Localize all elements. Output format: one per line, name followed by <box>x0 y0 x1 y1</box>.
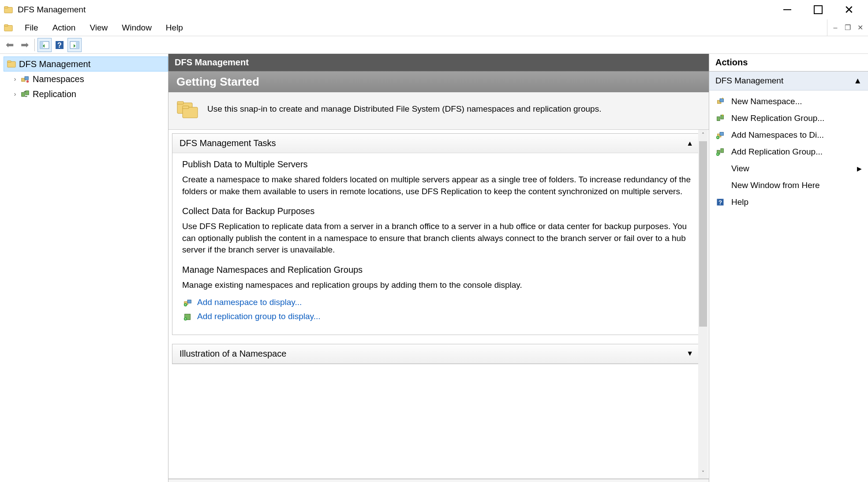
tree-item-label: Namespaces <box>33 74 84 84</box>
blank-icon <box>715 181 725 190</box>
console-tree-pane: DFS Management › Namespaces › Replicatio… <box>0 54 168 482</box>
forward-button[interactable] <box>18 38 32 52</box>
actions-list: New Namespace... New Replication Group..… <box>709 90 868 213</box>
svg-text:?: ? <box>718 199 722 206</box>
action-add-replication-group[interactable]: + Add Replication Group... <box>709 143 868 160</box>
tree-root-dfs-management[interactable]: DFS Management <box>4 56 168 72</box>
illustration-panel-header[interactable]: Illustration of a Namespace ▼ <box>172 344 700 364</box>
svg-rect-33 <box>721 115 723 119</box>
actions-group-header[interactable]: DFS Management ▲ <box>709 72 868 90</box>
action-label: New Namespace... <box>731 97 802 106</box>
menu-action[interactable]: Action <box>45 21 83 34</box>
svg-rect-32 <box>717 117 720 120</box>
collapse-caret-icon: ▲ <box>686 139 693 147</box>
action-new-replication-group[interactable]: New Replication Group... <box>709 110 868 127</box>
scroll-thumb[interactable] <box>699 141 707 327</box>
actions-title: Actions <box>709 54 868 72</box>
menu-file[interactable]: File <box>18 21 45 34</box>
scroll-down-icon[interactable]: ˅ <box>698 468 708 478</box>
action-label: Add Namespaces to Di... <box>731 130 824 140</box>
details-scroll-region: DFS Management Tasks ▲ Publish Data to M… <box>168 130 709 478</box>
svg-point-16 <box>26 80 29 83</box>
add-namespaces-icon: + <box>715 130 725 140</box>
main-area: DFS Management › Namespaces › Replicatio… <box>0 54 868 482</box>
action-add-namespaces[interactable]: + Add Namespaces to Di... <box>709 127 868 143</box>
actions-pane: Actions DFS Management ▲ New Namespace..… <box>709 54 868 482</box>
tree-item-namespaces[interactable]: › Namespaces <box>9 72 168 87</box>
action-label: View <box>731 164 749 173</box>
collapse-caret-icon: ▲ <box>853 76 862 86</box>
vertical-scrollbar[interactable]: ˄ ˅ <box>698 130 708 478</box>
action-view[interactable]: View ▶ <box>709 160 868 177</box>
back-button[interactable] <box>3 38 17 52</box>
mdi-restore-icon[interactable]: ❐ <box>842 23 853 33</box>
expand-caret-icon: ▼ <box>686 350 693 358</box>
svg-text:?: ? <box>57 41 62 49</box>
add-replication-group-icon: + <box>715 147 725 157</box>
illustration-panel-title: Illustration of a Namespace <box>180 349 286 359</box>
svg-rect-10 <box>76 41 79 49</box>
console-tree-icon <box>39 40 50 50</box>
add-namespace-icon: + <box>183 297 193 307</box>
submenu-arrow-icon: ▶ <box>857 165 862 172</box>
pane-splitter[interactable] <box>168 478 709 482</box>
menu-view[interactable]: View <box>82 21 115 34</box>
svg-text:+: + <box>717 136 718 139</box>
svg-rect-1 <box>4 7 8 8</box>
minimize-button[interactable] <box>772 0 803 19</box>
tasks-panel-header[interactable]: DFS Management Tasks ▲ <box>172 134 700 153</box>
section-text: Use DFS Replication to replicate data fr… <box>182 221 691 256</box>
titlebar: DFS Management <box>0 0 868 19</box>
svg-rect-18 <box>26 91 29 95</box>
svg-rect-5 <box>40 41 43 49</box>
details-pane: DFS Management Getting Started Use this … <box>168 54 709 482</box>
help-toolbar-button[interactable]: ? <box>52 38 67 52</box>
svg-rect-17 <box>22 92 25 96</box>
maximize-button[interactable] <box>803 0 834 19</box>
svg-rect-35 <box>720 132 723 136</box>
tree-item-label: Replication <box>33 89 76 99</box>
blank-icon <box>715 164 725 173</box>
section-title: Collect Data for Backup Purposes <box>182 206 691 216</box>
add-namespace-link[interactable]: Add namespace to display... <box>197 297 302 307</box>
action-label: Add Replication Group... <box>731 147 823 157</box>
scroll-up-icon[interactable]: ˄ <box>698 130 708 140</box>
close-button[interactable] <box>834 0 864 19</box>
svg-rect-31 <box>720 99 723 102</box>
expand-caret-icon[interactable]: › <box>11 75 19 83</box>
svg-rect-13 <box>7 61 11 63</box>
section-title: Manage Namespaces and Replication Groups <box>182 265 691 275</box>
help-icon: ? <box>54 40 65 50</box>
menu-window[interactable]: Window <box>115 21 159 34</box>
mdi-minimize-icon[interactable]: – <box>830 23 841 33</box>
action-label: Help <box>731 197 748 207</box>
mdi-close-icon[interactable]: ✕ <box>855 23 865 33</box>
action-new-window[interactable]: New Window from Here <box>709 177 868 194</box>
svg-rect-21 <box>183 107 198 118</box>
illustration-namespace-panel: Illustration of a Namespace ▼ <box>172 344 701 364</box>
section-text: Manage existing namespaces and replicati… <box>182 279 691 291</box>
actions-group-label: DFS Management <box>715 76 783 86</box>
menu-help[interactable]: Help <box>159 21 190 34</box>
add-replication-link[interactable]: Add replication group to display... <box>197 312 321 321</box>
section-title: Publish Data to Multiple Servers <box>182 159 691 169</box>
show-hide-action-pane-button[interactable] <box>67 38 82 52</box>
svg-rect-3 <box>4 24 8 26</box>
add-replication-link-row[interactable]: + Add replication group to display... <box>183 312 691 321</box>
toolbar: ? <box>0 36 868 54</box>
show-hide-console-tree-button[interactable] <box>37 38 52 52</box>
toolbar-separator <box>34 39 35 51</box>
action-label: New Window from Here <box>731 181 820 190</box>
action-new-namespace[interactable]: New Namespace... <box>709 93 868 110</box>
tree-item-replication[interactable]: › Replication <box>9 87 168 102</box>
add-namespace-link-row[interactable]: + Add namespace to display... <box>183 297 691 307</box>
intro-folders-icon <box>175 98 199 120</box>
expand-caret-icon[interactable]: › <box>11 90 19 98</box>
tasks-panel-body: Publish Data to Multiple Servers Create … <box>172 153 700 335</box>
svg-rect-22 <box>183 106 189 109</box>
mdi-controls: – ❐ ✕ <box>827 19 868 36</box>
tasks-panel: DFS Management Tasks ▲ Publish Data to M… <box>172 133 701 335</box>
svg-rect-39 <box>721 149 723 153</box>
titlebar-title: DFS Management <box>18 5 86 15</box>
action-help[interactable]: ? Help <box>709 194 868 211</box>
